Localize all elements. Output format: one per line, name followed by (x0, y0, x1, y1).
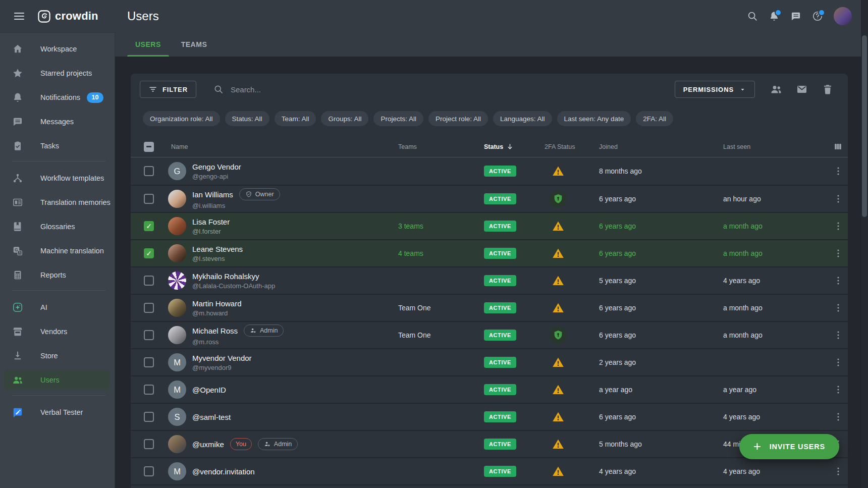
row-checkbox[interactable] (144, 194, 154, 204)
table-row[interactable]: M@OpenIDACTIVEa year agoa year ago (131, 375, 848, 403)
row-menu-button[interactable] (833, 166, 844, 177)
user-name[interactable]: @saml-test (192, 413, 231, 421)
user-name[interactable]: Michael Ross (192, 327, 238, 335)
email-button[interactable] (796, 83, 808, 95)
row-checkbox[interactable] (144, 466, 154, 476)
user-name[interactable]: Leane Stevens (192, 245, 243, 253)
invite-users-button[interactable]: + INVITE USERS (739, 434, 839, 459)
row-menu-button[interactable] (833, 248, 844, 259)
row-checkbox[interactable]: ✓ (144, 221, 154, 231)
user-name[interactable]: Ian Williams (192, 190, 233, 199)
permissions-dropdown-button[interactable]: PERMISSIONS (675, 81, 755, 98)
sidebar-item-notifications[interactable]: Notifications10 (4, 87, 111, 107)
row-checkbox[interactable] (144, 412, 154, 422)
row-checkbox[interactable] (144, 357, 154, 367)
scrollbar-thumb[interactable] (862, 35, 867, 217)
hamburger-menu-icon[interactable] (13, 10, 25, 22)
select-all-checkbox[interactable] (144, 142, 154, 152)
delete-button[interactable] (822, 83, 834, 95)
table-row[interactable]: MMyvendor Vendor@myvendor9ACTIVE2 years … (131, 348, 848, 375)
user-name[interactable]: @OpenID (192, 386, 226, 394)
row-checkbox[interactable] (144, 385, 154, 395)
sidebar-item-workflow-templates[interactable]: Workflow templates (4, 168, 111, 188)
sidebar-item-reports[interactable]: Reports (4, 265, 111, 285)
table-row[interactable]: ✓Leane Stevens@l.stevens4 teamsACTIVE6 y… (131, 239, 848, 266)
row-checkbox[interactable] (144, 330, 154, 340)
row-checkbox[interactable] (144, 276, 154, 286)
table-row[interactable]: Mykhailo Rohalskyy@Lalala-Custom-OAuth-a… (131, 266, 848, 294)
row-menu-button[interactable] (833, 275, 844, 286)
column-header-last-seen[interactable]: Last seen (717, 143, 828, 150)
row-checkbox[interactable] (144, 166, 154, 176)
table-row[interactable]: Michael RossAdmin@m.rossTeam OneACTIVE6 … (131, 321, 848, 348)
filter-chip[interactable]: Project role: All (428, 111, 488, 126)
sidebar-item-translation-memories[interactable]: Translation memories (4, 192, 111, 212)
column-header-teams[interactable]: Teams (394, 143, 480, 150)
column-header-name[interactable]: Name (168, 143, 394, 150)
sidebar-item-verbal-tester[interactable]: Verbal Tester (4, 402, 111, 422)
messages-icon[interactable] (790, 11, 801, 22)
columns-settings-icon[interactable] (833, 142, 843, 151)
user-name[interactable]: @uxmike (192, 440, 224, 449)
user-teams[interactable]: 3 teams (394, 222, 480, 230)
table-row[interactable]: Martin Howard@m.howardTeam OneACTIVE6 ye… (131, 294, 848, 321)
sidebar-item-vendors[interactable]: Vendors (4, 321, 111, 342)
row-menu-button[interactable] (833, 302, 844, 313)
filter-chip[interactable]: 2FA: All (636, 111, 673, 126)
user-teams[interactable]: Team One (394, 304, 480, 312)
filter-chip[interactable]: Team: All (275, 111, 316, 126)
sidebar-item-messages[interactable]: Messages (4, 112, 111, 132)
crowdin-logo[interactable]: crowdin (38, 10, 98, 23)
sidebar-item-store[interactable]: Store (4, 346, 111, 366)
row-menu-button[interactable] (833, 330, 844, 341)
filter-chip[interactable]: Languages: All (493, 111, 552, 126)
filter-chip[interactable]: Projects: All (373, 111, 423, 126)
table-row[interactable]: M@vendor.invitationACTIVE4 years ago4 ye… (131, 457, 848, 484)
filter-chip[interactable]: Groups: All (321, 111, 368, 126)
search-icon[interactable] (747, 11, 758, 22)
add-to-team-button[interactable] (770, 83, 782, 95)
row-menu-button[interactable] (833, 384, 844, 395)
row-menu-button[interactable] (833, 466, 844, 477)
sidebar-item-tasks[interactable]: Tasks (4, 136, 111, 156)
user-name[interactable]: Mykhailo Rohalskyy (192, 272, 259, 281)
user-name[interactable]: Gengo Vendor (192, 162, 241, 171)
notifications-bell-icon[interactable] (769, 11, 780, 22)
column-header-2fa[interactable]: 2FA Status (540, 143, 591, 150)
row-checkbox[interactable] (144, 303, 154, 313)
row-menu-button[interactable] (833, 221, 844, 232)
sort-desc-arrow-icon[interactable] (506, 143, 514, 150)
table-row[interactable]: S@saml-testACTIVE6 years ago4 years ago (131, 403, 848, 430)
filter-chip[interactable]: Status: All (225, 111, 269, 126)
table-row[interactable]: ✓Lisa Foster@l.forster3 teamsACTIVE6 yea… (131, 212, 848, 239)
user-name[interactable]: @vendor.invitation (192, 467, 255, 476)
row-menu-button[interactable] (833, 193, 844, 204)
row-menu-button[interactable] (833, 411, 844, 422)
user-teams[interactable]: Team One (394, 331, 480, 339)
sidebar-item-workspace[interactable]: Workspace (4, 39, 111, 59)
row-menu-button[interactable] (833, 357, 844, 368)
user-name[interactable]: Martin Howard (192, 299, 242, 308)
column-header-joined[interactable]: Joined (591, 143, 717, 150)
help-icon[interactable] (812, 11, 823, 22)
column-header-status[interactable]: Status (480, 143, 540, 150)
sidebar-item-glossaries[interactable]: Glossaries (4, 216, 111, 237)
sidebar-item-ai[interactable]: AI (4, 297, 111, 317)
table-row[interactable]: GGengo Vendor@gengo-apiACTIVE8 months ag… (131, 157, 848, 185)
user-name[interactable]: Lisa Foster (192, 218, 230, 226)
sidebar-item-users[interactable]: Users (4, 370, 111, 390)
user-name[interactable]: Myvendor Vendor (192, 354, 252, 362)
filter-button[interactable]: FILTER (140, 81, 196, 98)
tab-users[interactable]: USERS (127, 32, 169, 57)
row-checkbox[interactable] (144, 439, 154, 449)
user-teams[interactable]: 4 teams (394, 249, 480, 257)
user-avatar[interactable] (834, 7, 852, 25)
sidebar-item-starred-projects[interactable]: Starred projects (4, 63, 111, 83)
row-checkbox[interactable]: ✓ (144, 248, 154, 258)
tab-teams[interactable]: TEAMS (173, 32, 215, 57)
filter-chip[interactable]: Last seen: Any date (557, 111, 631, 126)
filter-chip[interactable]: Organization role: All (143, 111, 220, 126)
table-row[interactable]: Ian WilliamsOwner@i.williamsACTIVE6 year… (131, 185, 848, 212)
sidebar-item-machine-translation[interactable]: GAMachine translation (4, 241, 111, 261)
search-input[interactable] (230, 85, 401, 94)
